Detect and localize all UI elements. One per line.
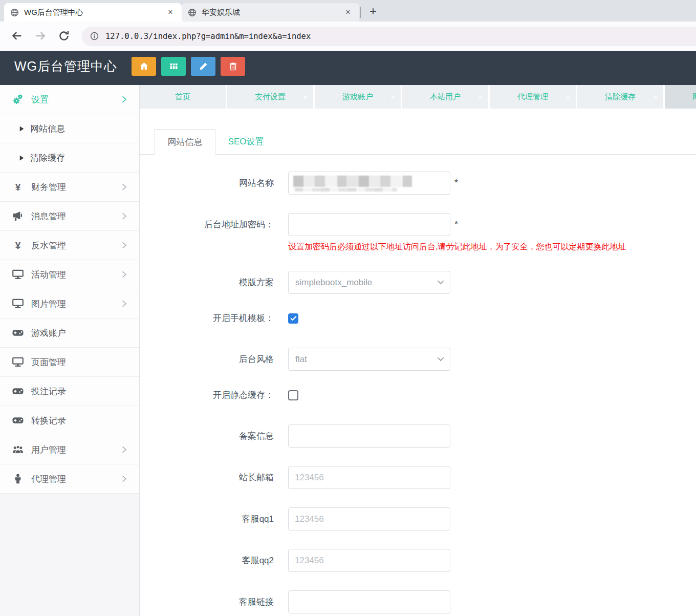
open-tab-site-users[interactable]: 本站用户× [402, 85, 488, 109]
back-arrow-icon [11, 30, 23, 42]
sidebar-item-label: 代理管理 [31, 473, 66, 485]
gamepad-icon [12, 386, 24, 396]
close-icon[interactable]: × [343, 7, 353, 17]
open-tab-clear-cache[interactable]: 清除缓存× [577, 85, 663, 109]
form-row-webmaster-email: 站长邮箱 [140, 466, 696, 489]
columns-button[interactable] [161, 57, 186, 76]
template-scheme-select[interactable]: simplebootx_mobile [288, 271, 450, 294]
chevron-right-icon [121, 270, 127, 279]
sidebar-item-settings[interactable]: 设置 [0, 85, 139, 114]
sidebar-item-clear-cache[interactable]: 清除缓存 [0, 143, 139, 173]
icp-info-input[interactable] [288, 424, 450, 448]
gamepad-icon [12, 328, 24, 338]
sidebar-item-convert-records[interactable]: 转换记录 [0, 406, 139, 435]
yen-icon: ¥ [12, 240, 24, 250]
back-button[interactable] [10, 30, 24, 43]
close-icon[interactable]: × [303, 93, 308, 101]
field-control-webmaster-email [288, 466, 450, 489]
main-area: 设置网站信息清除缓存¥财务管理消息管理¥反水管理活动管理图片管理游戏账户页面管理… [0, 85, 696, 616]
close-icon[interactable]: × [566, 93, 570, 101]
address-bar[interactable]: 127.0.0.3/index.php?g=admin&m=index&a=in… [82, 27, 696, 46]
webmaster-email-input[interactable] [288, 466, 450, 489]
sidebar-item-label: 投注记录 [31, 386, 66, 397]
chevron-right-icon [121, 475, 127, 483]
content-tabs: 网站信息SEO设置 [140, 129, 696, 155]
monitor-icon [12, 269, 24, 280]
browser-tab-huaan[interactable]: 华安娱乐城× [182, 3, 359, 22]
sidebar-item-bet-records[interactable]: 投注记录 [0, 377, 139, 406]
close-icon[interactable]: × [165, 7, 176, 17]
new-tab-button[interactable]: + [365, 3, 381, 19]
sidebar-item-messages[interactable]: 消息管理 [0, 202, 139, 231]
tab-seo-settings[interactable]: SEO设置 [215, 129, 276, 154]
form-row-site-name: 网站名称* [140, 172, 696, 195]
sidebar-item-game-accounts[interactable]: 游戏账户 [0, 318, 139, 348]
close-icon[interactable]: × [653, 93, 658, 101]
field-control-admin-style: flat [288, 348, 450, 371]
open-tab-label: 清除缓存 [605, 92, 636, 102]
form-row-template-scheme: 模版方案simplebootx_mobile [140, 271, 696, 294]
chevron-down-icon [437, 357, 444, 362]
field-control-enable-mobile-template [288, 313, 298, 324]
tab-site-info[interactable]: 网站信息 [155, 129, 215, 155]
sidebar-item-pages[interactable]: 页面管理 [0, 348, 139, 377]
sidebar-item-label: 活动管理 [31, 269, 66, 281]
forward-button[interactable] [34, 30, 47, 43]
delete-button[interactable] [221, 57, 245, 76]
close-icon[interactable]: × [478, 93, 483, 101]
open-tab-agents[interactable]: 代理管理× [490, 85, 576, 109]
form-row-service-link: 客服链接 [140, 590, 696, 613]
open-tab-label: 本站用户 [430, 92, 461, 102]
sidebar-item-label: 财务管理 [31, 181, 66, 193]
forward-arrow-icon [34, 30, 47, 42]
reload-button[interactable] [57, 30, 71, 43]
url-text: 127.0.0.3/index.php?g=admin&m=index&a=in… [105, 32, 311, 41]
service-link-input[interactable] [288, 590, 450, 613]
tab-divider [360, 7, 361, 18]
sidebar-item-images[interactable]: 图片管理 [0, 289, 139, 318]
admin-style-select[interactable]: flat [288, 348, 450, 371]
service-qq2-input[interactable] [288, 549, 450, 572]
globe-icon [10, 8, 19, 17]
sidebar-item-rebate[interactable]: ¥反水管理 [0, 231, 139, 260]
check-icon [290, 315, 297, 321]
service-qq1-input[interactable] [288, 507, 450, 530]
close-icon[interactable]: × [390, 93, 395, 101]
open-tab-game-accounts[interactable]: 游戏账户× [315, 85, 401, 109]
admin-path-password-input[interactable] [288, 213, 450, 236]
form-row-enable-mobile-template: 开启手机模板： [140, 312, 696, 324]
sidebar-item-users[interactable]: 用户管理 [0, 435, 139, 464]
open-tab-payment-settings[interactable]: 支付设置× [227, 85, 313, 109]
monitor-icon [12, 357, 24, 367]
browser-tab-strip: WG后台管理中心×华安娱乐城× + [0, 0, 696, 22]
field-label-service-link: 客服链接 [140, 590, 274, 608]
sidebar-item-label: 游戏账户 [31, 327, 66, 339]
open-tab-site-info[interactable]: 网站信息× [665, 85, 696, 109]
sidebar-item-site-info[interactable]: 网站信息 [0, 114, 139, 143]
sidebar-item-label: 用户管理 [31, 444, 66, 456]
enable-mobile-template-checkbox[interactable] [288, 313, 298, 324]
right-pane: 首页支付设置×游戏账户×本站用户×代理管理×清除缓存×网站信息× 网站信息SEO… [140, 85, 696, 616]
home-button[interactable] [132, 57, 156, 76]
home-icon [140, 62, 148, 71]
sidebar-item-label: 设置 [31, 94, 49, 105]
application-window: WG后台管理中心×华安娱乐城× + 127.0.0.3/index.php?g=… [0, 0, 696, 616]
info-icon[interactable] [90, 32, 99, 40]
sidebar-item-finance[interactable]: ¥财务管理 [0, 173, 139, 202]
site-name-input[interactable] [288, 172, 450, 195]
content-panel: 网站信息SEO设置 网站名称*后台地址加密码：*设置加密码后必须通过以下地址访问… [140, 112, 696, 616]
open-tab-home[interactable]: 首页 [140, 85, 226, 109]
triangle-right-icon [19, 155, 24, 161]
form-row-service-qq1: 客服qq1 [140, 507, 696, 530]
field-control-site-name: * [288, 172, 458, 195]
monitor-icon [12, 299, 24, 309]
sidebar-item-activity[interactable]: 活动管理 [0, 260, 139, 289]
field-control-service-link [288, 590, 450, 613]
edit-button[interactable] [191, 57, 215, 76]
sidebar-item-agents[interactable]: 代理管理 [0, 464, 139, 494]
enable-static-cache-checkbox[interactable] [288, 390, 298, 400]
sidebar-item-label: 消息管理 [31, 210, 66, 222]
field-label-service-qq1: 客服qq1 [140, 507, 274, 525]
browser-tab-wg-admin[interactable]: WG后台管理中心× [4, 3, 182, 22]
globe-icon [188, 8, 197, 17]
